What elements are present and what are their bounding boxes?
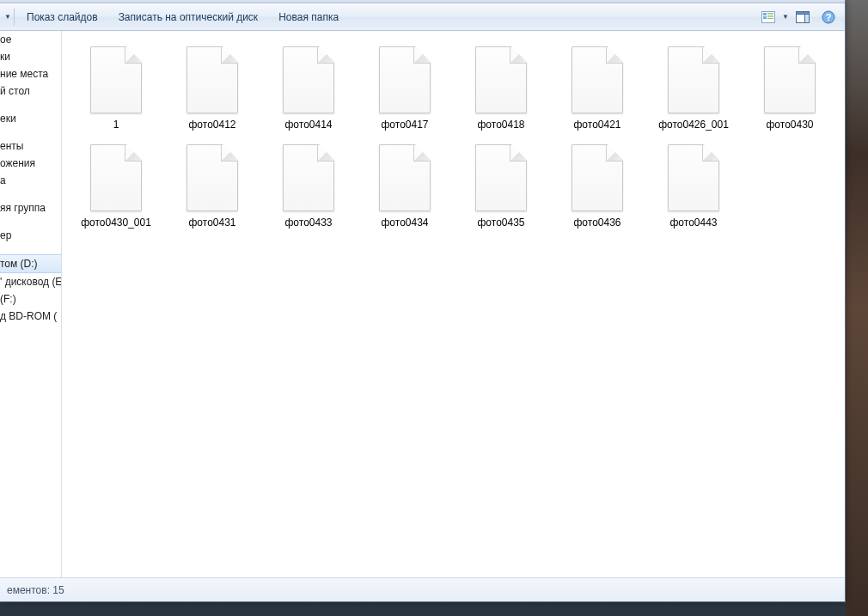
file-item[interactable]: фото0417 (366, 46, 443, 131)
file-icon (379, 46, 431, 113)
file-item[interactable]: фото0426_001 (655, 46, 732, 131)
file-icon (283, 46, 334, 113)
file-label: фото0430_001 (81, 217, 151, 229)
burn-button[interactable]: Записать на оптический диск (108, 3, 269, 30)
sidebar-item-drive-f[interactable]: (F:) (0, 290, 61, 308)
file-item[interactable]: фото0418 (462, 46, 540, 131)
file-item[interactable]: фото0431 (174, 144, 251, 229)
sidebar-item[interactable]: ки (0, 48, 61, 65)
file-icon (475, 46, 527, 113)
file-label: фото0433 (284, 217, 332, 229)
help-button[interactable]: ? (817, 7, 840, 27)
file-item[interactable]: фото0430 (751, 46, 828, 131)
file-icon (186, 144, 238, 211)
svg-rect-2 (763, 16, 767, 19)
file-icon (379, 144, 431, 211)
svg-rect-1 (763, 13, 767, 15)
file-item[interactable]: 1 (77, 46, 155, 131)
item-count-label: ементов: 15 (7, 584, 64, 596)
new-folder-button[interactable]: Новая папка (268, 3, 349, 30)
toolbar-separator (14, 9, 15, 26)
file-item[interactable]: фото0435 (462, 144, 540, 229)
svg-rect-3 (767, 13, 773, 14)
file-label: фото0421 (573, 119, 620, 131)
file-label: фото0431 (188, 217, 235, 229)
sidebar-item[interactable]: а (0, 172, 61, 189)
file-grid: 1фото0412фото0414фото0417фото0418фото042… (77, 46, 836, 229)
new-folder-label: Новая папка (278, 11, 339, 23)
sidebar-item[interactable]: еки (0, 110, 61, 127)
file-icon (572, 144, 623, 211)
sidebar-item-drive-bdrom[interactable]: д BD-ROM ( (0, 308, 61, 325)
file-label: фото0443 (669, 217, 717, 229)
file-label: фото0414 (284, 119, 332, 131)
sidebar-item[interactable]: й стол (0, 82, 61, 100)
svg-rect-9 (805, 14, 810, 22)
burn-label: Записать на оптический диск (119, 11, 259, 23)
desktop-background-strip (846, 0, 868, 616)
sidebar-item-drive-d[interactable]: том (D:) (0, 254, 61, 273)
navigation-pane: ое ки ние места й стол еки енты ожения а… (0, 31, 62, 577)
sidebar-item[interactable]: ние места (0, 65, 61, 82)
file-icon (764, 46, 816, 113)
explorer-window: ▼ Показ слайдов Записать на оптический д… (0, 0, 846, 602)
file-item[interactable]: фото0436 (559, 144, 636, 229)
file-label: фото0436 (573, 217, 620, 229)
view-options-dropdown-arrow[interactable]: ▼ (781, 3, 790, 30)
svg-rect-5 (767, 16, 773, 17)
file-label: фото0434 (381, 217, 428, 229)
file-item[interactable]: фото0433 (270, 144, 347, 229)
file-item[interactable]: фото0443 (655, 144, 732, 229)
file-label: фото0412 (188, 119, 235, 131)
file-list-pane[interactable]: 1фото0412фото0414фото0417фото0418фото042… (62, 31, 845, 577)
file-label: фото0426_001 (658, 119, 729, 131)
file-item[interactable]: фото0412 (174, 46, 251, 131)
svg-rect-6 (767, 18, 773, 19)
sidebar-item[interactable]: ожения (0, 155, 61, 172)
file-item[interactable]: фото0430_001 (77, 144, 155, 229)
file-label: фото0417 (381, 119, 428, 131)
file-icon (668, 144, 719, 211)
file-icon (283, 144, 334, 211)
sidebar-item-computer[interactable]: ер (0, 227, 61, 244)
view-options-button[interactable] (757, 7, 779, 27)
file-icon (186, 46, 238, 113)
sidebar-item-homegroup[interactable]: яя группа (0, 199, 61, 217)
status-bar: ементов: 15 (0, 577, 845, 601)
file-icon (572, 46, 623, 113)
file-icon (90, 46, 142, 113)
sidebar-item-drive-e[interactable]: ' дисковод (E (0, 273, 61, 290)
organize-dropdown-arrow[interactable]: ▼ (3, 3, 12, 30)
file-label: 1 (113, 119, 119, 131)
command-bar: ▼ Показ слайдов Записать на оптический д… (0, 3, 845, 31)
file-item[interactable]: фото0421 (559, 46, 636, 131)
file-icon (90, 144, 142, 211)
file-label: фото0430 (766, 119, 813, 131)
file-icon (475, 144, 527, 211)
file-label: фото0435 (477, 217, 524, 229)
slideshow-button[interactable]: Показ слайдов (16, 3, 108, 30)
svg-text:?: ? (826, 12, 832, 22)
preview-pane-button[interactable] (792, 7, 814, 27)
slideshow-label: Показ слайдов (27, 11, 98, 23)
sidebar-item[interactable]: ое (0, 31, 61, 48)
file-icon (668, 46, 719, 113)
file-item[interactable]: фото0414 (270, 46, 347, 131)
file-item[interactable]: фото0434 (366, 144, 443, 229)
file-label: фото0418 (477, 119, 524, 131)
svg-rect-4 (767, 15, 773, 15)
sidebar-item[interactable]: енты (0, 137, 61, 155)
